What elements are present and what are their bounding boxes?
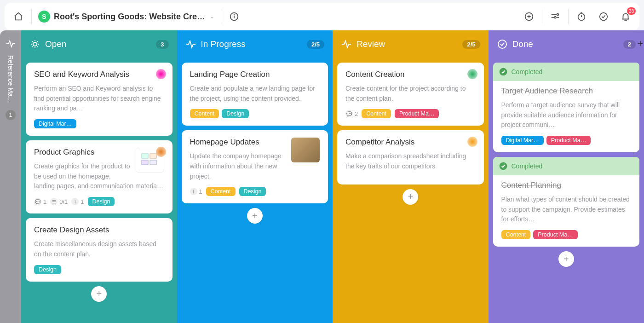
column-count: 2/5 bbox=[307, 40, 324, 49]
task-card[interactable]: Product GraphicsCreate graphics for the … bbox=[26, 140, 172, 213]
add-icon[interactable] bbox=[523, 10, 535, 23]
card-title: Content Creation bbox=[345, 70, 476, 79]
tag[interactable]: Digital Mar… bbox=[501, 136, 544, 145]
task-card[interactable]: Homepage UpdatesUpdate the company homep… bbox=[182, 130, 328, 203]
topbar: S Root's Sporting Goods: Website Cre… ⌄ … bbox=[5, 3, 639, 30]
column-title: Review bbox=[356, 39, 385, 49]
tag[interactable]: Design bbox=[239, 187, 266, 196]
chevron-down-icon[interactable]: ⌄ bbox=[210, 13, 214, 20]
card-tags: Design bbox=[34, 265, 164, 274]
tag[interactable]: Content bbox=[362, 109, 391, 118]
card-tags: Digital Mar… bbox=[34, 119, 164, 128]
column-body: SEO and Keyword AnalysisPerform an SEO a… bbox=[21, 58, 177, 323]
svg-point-25 bbox=[498, 40, 506, 48]
info-icon[interactable] bbox=[228, 10, 241, 23]
card-title: Landing Page Creation bbox=[190, 70, 320, 79]
card-title: Create Design Assets bbox=[34, 225, 164, 235]
subtasks-count[interactable]: ☰0/1 bbox=[50, 198, 68, 205]
add-card-button[interactable]: + bbox=[558, 251, 574, 267]
timer-icon[interactable] bbox=[575, 10, 588, 23]
tag[interactable]: Content bbox=[501, 230, 531, 239]
attachments-count[interactable]: ⌇1 bbox=[71, 198, 84, 205]
card-description: Perform an SEO and Keyword analysis to f… bbox=[34, 84, 164, 114]
done-filter-icon[interactable] bbox=[597, 10, 610, 23]
column-header[interactable]: In Progress2/5 bbox=[177, 30, 333, 58]
thumbnail bbox=[291, 138, 320, 162]
column-header[interactable]: Review2/5 bbox=[333, 30, 489, 58]
svg-point-12 bbox=[33, 42, 37, 46]
tag[interactable]: Design bbox=[34, 265, 61, 274]
roadmap-icon[interactable] bbox=[549, 10, 562, 23]
workspace-title[interactable]: Root's Sporting Goods: Website Cre… bbox=[54, 12, 205, 22]
workspace-avatar[interactable]: S bbox=[38, 11, 50, 23]
task-card[interactable]: CompletedContent PlanningPlan what types… bbox=[493, 157, 640, 247]
assignee-avatar[interactable] bbox=[156, 147, 166, 157]
comment-icon: 💬 bbox=[345, 110, 353, 117]
card-tags: ContentDesign bbox=[190, 109, 320, 118]
card-meta: ⌇1ContentDesign bbox=[190, 187, 320, 196]
tag[interactable]: Design bbox=[222, 109, 249, 118]
column-title: Open bbox=[45, 39, 66, 49]
assignee-avatar[interactable] bbox=[156, 69, 166, 79]
column-body: Content CreationCreate content for the p… bbox=[333, 58, 489, 323]
completed-banner: Completed bbox=[493, 63, 640, 81]
task-card[interactable]: CompletedTarget Audience ResearchPerform… bbox=[493, 63, 640, 152]
svg-rect-21 bbox=[142, 154, 148, 158]
svg-point-11 bbox=[600, 13, 608, 21]
card-description: Create content for the project according… bbox=[345, 84, 476, 104]
column-header[interactable]: Done2 bbox=[489, 30, 644, 58]
attachment-icon: ⌇ bbox=[71, 198, 79, 205]
add-card-button[interactable]: + bbox=[402, 189, 418, 205]
card-tags: Digital Mar…Product Ma… bbox=[501, 136, 632, 145]
assignee-avatar[interactable] bbox=[467, 137, 477, 147]
attachment-icon: ⌇ bbox=[190, 188, 197, 195]
card-description: Create and populate a new landing page f… bbox=[190, 84, 320, 104]
card-title: Competitor Analysis bbox=[345, 138, 476, 147]
attachments-count[interactable]: ⌇1 bbox=[190, 188, 202, 195]
reference-label: Reference Ma… bbox=[7, 55, 14, 104]
tag[interactable]: Product Ma… bbox=[395, 109, 439, 118]
card-meta: 💬2ContentProduct Ma… bbox=[345, 109, 476, 118]
svg-line-18 bbox=[37, 46, 38, 47]
card-description: Perform a target audience survey that wi… bbox=[501, 100, 632, 130]
column-icon bbox=[185, 39, 196, 50]
add-card-button[interactable]: + bbox=[91, 286, 107, 302]
tag[interactable]: Product Ma… bbox=[546, 136, 591, 145]
comments-count[interactable]: 💬2 bbox=[345, 110, 358, 117]
tag[interactable]: Content bbox=[190, 109, 219, 118]
tag[interactable]: Product Ma… bbox=[533, 230, 577, 239]
tag[interactable]: Digital Mar… bbox=[34, 119, 76, 128]
add-card-button[interactable]: + bbox=[247, 208, 263, 224]
home-icon[interactable] bbox=[12, 10, 25, 23]
add-column-button[interactable]: + bbox=[635, 38, 644, 50]
notification-badge: 38 bbox=[627, 7, 636, 15]
svg-point-6 bbox=[557, 14, 559, 16]
subtask-icon: ☰ bbox=[50, 198, 58, 205]
svg-rect-23 bbox=[142, 160, 148, 165]
assignee-avatar[interactable] bbox=[467, 69, 477, 79]
tag[interactable]: Design bbox=[88, 197, 115, 206]
activity-icon bbox=[6, 39, 16, 49]
card-description: Make a comparison spreadsheet including … bbox=[345, 151, 476, 171]
comments-count[interactable]: 💬1 bbox=[34, 198, 46, 205]
card-title: SEO and Keyword Analysis bbox=[34, 70, 164, 79]
svg-rect-24 bbox=[150, 160, 156, 165]
task-card[interactable]: Create Design AssetsCreate miscellaneous… bbox=[26, 218, 172, 281]
reference-sidebar[interactable]: Reference Ma… 1 bbox=[0, 30, 21, 323]
bell-icon[interactable]: 38 bbox=[619, 10, 632, 23]
task-card[interactable]: Competitor AnalysisMake a comparison spr… bbox=[337, 130, 484, 184]
column-title: In Progress bbox=[201, 39, 246, 49]
column-header[interactable]: Open3 bbox=[21, 30, 177, 58]
column-review: Review2/5Content CreationCreate content … bbox=[333, 30, 489, 323]
svg-point-8 bbox=[578, 14, 585, 21]
column-body: Landing Page CreationCreate and populate… bbox=[177, 58, 333, 323]
card-title: Content Planning bbox=[501, 181, 632, 190]
divider bbox=[31, 9, 32, 24]
svg-line-17 bbox=[32, 41, 33, 42]
column-body: CompletedTarget Audience ResearchPerform… bbox=[489, 58, 644, 323]
column-icon bbox=[497, 39, 508, 50]
tag[interactable]: Content bbox=[206, 187, 236, 196]
task-card[interactable]: Content CreationCreate content for the p… bbox=[337, 63, 484, 126]
task-card[interactable]: Landing Page CreationCreate and populate… bbox=[182, 63, 328, 126]
task-card[interactable]: SEO and Keyword AnalysisPerform an SEO a… bbox=[26, 63, 172, 136]
